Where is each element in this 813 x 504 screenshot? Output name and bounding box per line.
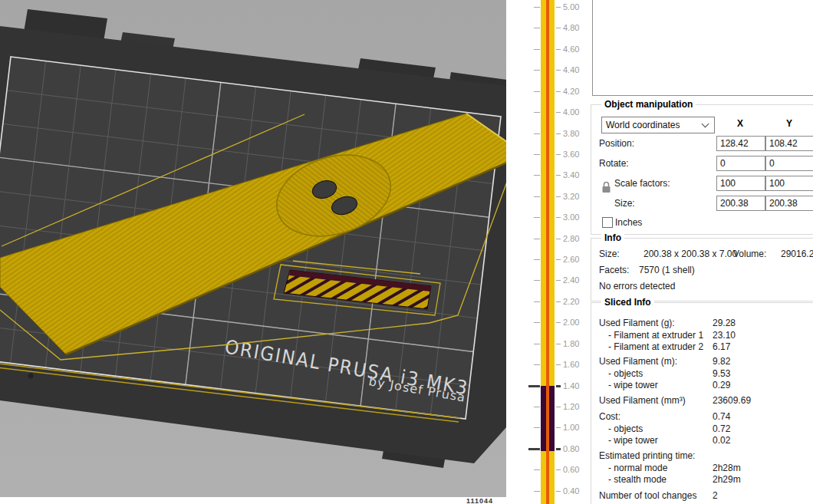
layer-slider-ticks: 5.00 4.80 4.60 4.40 4.20 4.00 [506,0,592,504]
inches-checkbox[interactable] [602,217,613,228]
sliced-row-label: Cost: [599,411,620,422]
sliced-row-label: - wipe tower [608,435,658,446]
tick-label: 2.40 [563,275,579,285]
layer-slider-tick[interactable]: 1.60 [506,360,592,371]
layer-slider-tick[interactable]: 3.00 [506,212,592,223]
tick-dash-right [556,196,561,197]
layer-slider-tick[interactable]: 0.60 [506,465,592,476]
layer-slider-tick[interactable]: 2.60 [506,255,592,265]
layer-slider-tick[interactable]: 1.40 [506,381,592,392]
column-header-y: Y [765,118,813,129]
tick-label: 4.00 [563,107,579,117]
sliced-row-value: 0.29 [713,380,730,390]
tick-dash-right [556,28,561,28]
info-size-value: 200.38 x 200.38 x 7.00 [643,249,737,259]
tick-dash-left [528,448,540,450]
layer-slider-tick[interactable]: 2.20 [506,297,592,308]
info-size-label: Size: [599,249,620,259]
rotate-x-field[interactable] [716,156,765,171]
tick-dash-left [534,407,540,407]
layer-slider-tick[interactable]: 2.00 [506,318,592,328]
layer-slider-tick[interactable]: 2.40 [506,275,592,286]
object-list[interactable] [592,0,813,96]
tick-dash-right [556,469,561,470]
scale-y-field[interactable] [765,176,813,191]
layer-slider-tick[interactable]: 3.80 [506,129,592,140]
tick-dash-right [556,344,561,344]
layer-slider-tick[interactable]: 0.80 [506,444,592,455]
layer-slider-tick[interactable]: 4.60 [506,44,592,55]
3d-viewport[interactable]: ORIGINAL PRUSA i3 MK3 by Josef Prusa [0,0,507,497]
layer-slider-tick[interactable]: 4.40 [506,65,592,76]
sliced-row-value: 0.02 [713,435,730,446]
tick-dash-left [534,28,540,28]
layer-slider-tick[interactable]: 1.00 [506,423,592,433]
layer-slider-tick[interactable]: 1.80 [506,339,592,350]
tick-label: 3.00 [563,212,579,222]
layer-slider-tick[interactable]: 4.80 [506,23,592,34]
tick-dash-left [534,49,540,50]
sliced-row-value: 2h29m [713,474,741,485]
tick-dash-left [528,385,540,387]
tick-label: 2.60 [563,255,579,264]
tick-dash-left [534,196,540,197]
bed-preview-canvas: ORIGINAL PRUSA i3 MK3 by Josef Prusa [0,0,507,497]
viewport-bottom-cutoff-text: 111044 [466,497,493,504]
sliced-row-label: - stealth mode [608,474,667,485]
layer-slider-tick[interactable]: 3.60 [506,150,592,160]
info-facets-label: Facets: [599,265,629,275]
tick-dash-left [534,322,540,323]
group-title: Info [601,232,624,243]
layer-slider-tick[interactable]: 3.40 [506,170,592,181]
tick-dash-right [556,49,561,50]
layer-slider-tick[interactable]: 4.00 [506,107,592,118]
sliced-row-label: Used Filament (g): [599,318,675,328]
sliced-row-value: 0.74 [713,411,730,422]
sliced-row-label: Estimated printing time: [599,450,695,461]
layer-slider-tick[interactable]: 1.20 [506,402,592,413]
tick-dash-left [534,427,540,428]
scale-x-field[interactable] [716,176,765,191]
tick-dash-left [534,91,540,92]
group-title: Object manipulation [601,99,696,110]
layer-slider[interactable]: 5.00 4.80 4.60 4.40 4.20 4.00 [506,0,592,504]
info-group: Info Size: 200.38 x 200.38 x 7.00 Volume… [591,238,813,301]
layer-slider-tick[interactable]: 4.20 [506,87,592,97]
layer-slider-tick[interactable]: 0.40 [506,486,592,497]
tick-dash-right [556,70,561,71]
tick-dash-left [534,239,540,239]
coordinates-dropdown[interactable]: World coordinates [601,117,715,133]
tick-dash-left [534,7,540,8]
tick-label: 2.20 [563,297,579,306]
layer-slider-tick[interactable]: 3.20 [506,192,592,203]
info-facets-value: 7570 (1 shell) [639,265,695,275]
tick-dash-right [556,427,561,428]
size-x-field[interactable] [716,196,765,211]
tick-dash-left [534,344,540,344]
tick-label: 1.80 [563,339,579,348]
tick-label: 4.60 [563,44,579,54]
rotate-y-field[interactable] [765,156,813,171]
tick-label: 1.40 [563,381,579,390]
tick-label: 1.60 [563,360,579,369]
column-header-x: X [716,118,764,129]
lock-icon[interactable] [601,181,611,193]
tick-label: 0.40 [563,486,579,496]
layer-slider-tick[interactable]: 2.80 [506,234,592,245]
position-x-field[interactable] [716,136,765,151]
layer-slider-tick[interactable]: 5.00 [506,2,592,13]
tick-dash-right [556,448,561,450]
sliced-row-label: Used Filament (m): [599,356,677,367]
sliced-row-value: 23.10 [713,330,736,341]
sliced-row-label: - Filament at extruder 2 [608,341,703,352]
tick-label: 3.60 [563,150,579,159]
tick-dash-right [556,217,561,218]
tick-dash-left [534,280,540,281]
size-y-field[interactable] [765,196,813,211]
tick-label: 3.20 [563,192,579,201]
tick-label: 1.20 [563,402,579,411]
tick-dash-left [534,491,540,492]
sliced-row-label: Number of tool changes [599,490,696,501]
sliced-row-value: 2h28m [713,463,741,473]
position-y-field[interactable] [765,136,813,151]
